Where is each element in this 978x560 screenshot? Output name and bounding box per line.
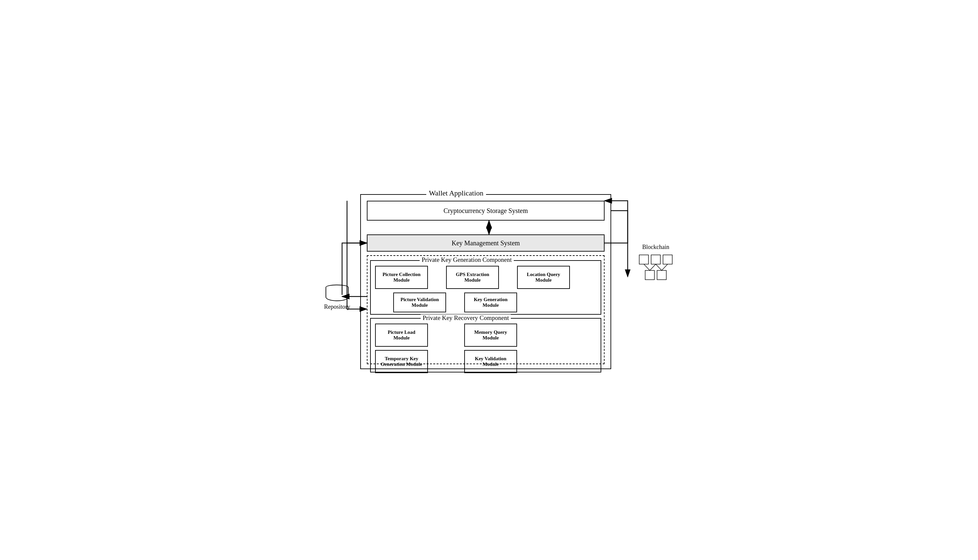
temp-key-gen-module: Temporary Key Generation Module (375, 350, 428, 373)
crypto-storage-label: Cryptocurrency Storage System (443, 207, 528, 215)
repository-icon (326, 283, 349, 302)
picture-validation-label: Picture Validation Module (400, 297, 439, 308)
svg-rect-1 (651, 255, 660, 264)
pkr-label: Private Key Recovery Component (421, 314, 511, 322)
picture-load-module: Picture Load Module (375, 323, 428, 347)
memory-query-label: Memory Query Module (474, 330, 507, 341)
blockchain-container: Blockchain (636, 244, 676, 284)
picture-collection-label: Picture Collection Module (382, 272, 420, 283)
svg-line-6 (650, 264, 656, 270)
picture-validation-module: Picture Validation Module (393, 293, 446, 312)
repository-container: Repository (321, 283, 353, 310)
wallet-app-label: Wallet Application (426, 189, 486, 197)
diagram-container: Wallet Application Cryptocurrency Storag… (340, 184, 638, 376)
pkg-label: Private Key Generation Component (420, 256, 514, 263)
kms-box: Key Management System (367, 235, 605, 252)
crypto-storage-box: Cryptocurrency Storage System (367, 201, 605, 220)
repository-label: Repository (321, 303, 353, 310)
svg-rect-0 (639, 255, 648, 264)
temp-key-gen-label: Temporary Key Generation Module (381, 356, 422, 367)
gps-extraction-label: GPS Extraction Module (456, 272, 489, 283)
key-generation-label: Key Generation Module (474, 297, 508, 308)
blockchain-label: Blockchain (636, 244, 676, 251)
key-generation-module: Key Generation Module (464, 293, 517, 312)
kms-label: Key Management System (452, 239, 520, 247)
svg-line-7 (656, 264, 662, 270)
location-query-module: Location Query Module (517, 266, 570, 289)
location-query-label: Location Query Module (526, 272, 560, 283)
picture-collection-module: Picture Collection Module (375, 266, 428, 289)
memory-query-module: Memory Query Module (464, 323, 517, 347)
svg-rect-2 (663, 255, 672, 264)
key-validation-module: Key Validation Module (464, 350, 517, 373)
blockchain-icon (638, 253, 674, 283)
svg-rect-3 (645, 270, 655, 280)
svg-rect-4 (657, 270, 666, 280)
svg-line-8 (662, 264, 668, 270)
svg-line-5 (644, 264, 650, 270)
gps-extraction-module: GPS Extraction Module (446, 266, 499, 289)
picture-load-label: Picture Load Module (388, 330, 415, 341)
key-validation-label: Key Validation Module (475, 356, 506, 367)
